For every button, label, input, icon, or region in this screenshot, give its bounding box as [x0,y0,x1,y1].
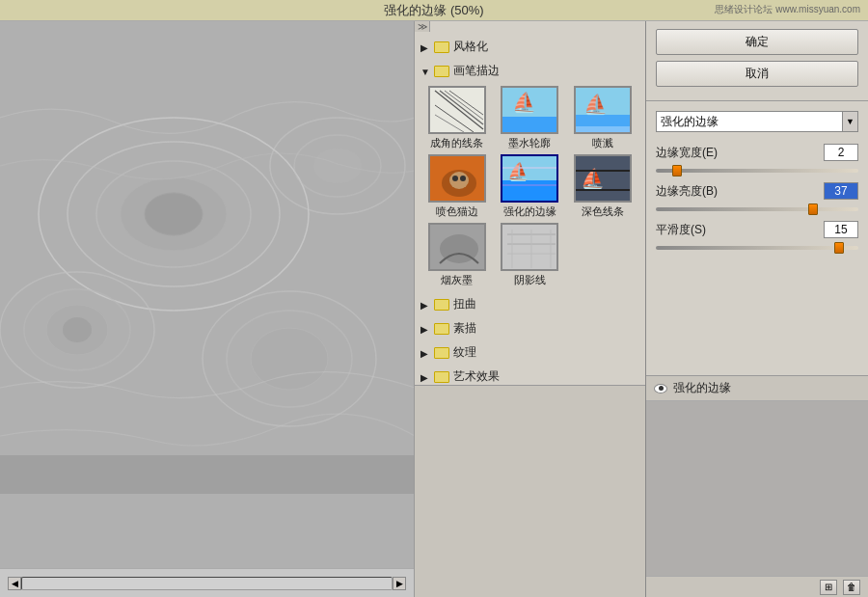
thumb-img-chengjiao [428,86,486,134]
top-bar: 强化的边缘 (50%) 思绪设计论坛 www.missyuan.com [0,0,868,21]
filter-thumb-qianghua[interactable]: ⛵ 强化的边缘 [496,154,565,219]
arrow-icon: ▶ [420,42,430,52]
svg-point-33 [449,172,469,189]
section-label-brushstrokes: 画笔描边 [453,63,500,79]
filter-thumb-yinying[interactable]: 阴影线 [496,223,565,287]
filter-grid-brushstrokes: 成角的线条 ⛵ 墨水轮廓 [415,82,645,291]
bottom-preview: 强化的边缘 ⊞ 🗑 [646,375,868,597]
section-sketch: ▶ 素描 [415,317,645,339]
svg-rect-25 [502,117,558,134]
contour-svg [0,21,415,494]
filter-panel: ≫ ▶ 风格化 ▼ 画笔描边 [415,21,646,597]
confirm-button[interactable]: 确定 [656,29,858,55]
smoothness-input[interactable] [824,221,858,238]
thumb-img-yinying [501,223,558,271]
filter-thumb-chengjiao[interactable]: 成角的线条 [422,86,492,150]
filter-thumb-shense[interactable]: ⛵ 深色线条 [568,154,637,219]
arrow-icon-artistic: ▶ [420,372,430,382]
folder-icon-stylize [434,41,449,53]
smoothness-row: 平滑度(S) [656,221,858,238]
eye-icon[interactable] [654,384,667,393]
thumb-label-huitan: 烟灰墨 [441,273,473,287]
filter-dropdown[interactable]: 强化的边缘 [656,111,843,132]
edge-brightness-row: 边缘亮度(B) [656,182,858,200]
thumb-label-shense: 深色线条 [582,204,624,219]
main-content: ◀ ▶ ≫ ▶ 风格化 ▼ 画笔描边 [0,21,868,597]
filter-list: ▶ 风格化 ▼ 画笔描边 [415,32,645,385]
folder-icon-sketch [434,323,449,335]
folder-icon-texture [434,347,449,359]
section-label-texture: 纹理 [453,344,476,361]
edge-brightness-input[interactable] [824,182,858,200]
edge-width-slider-track [656,169,858,173]
smoothness-slider-row [656,246,858,250]
arrow-icon-sketch: ▶ [420,324,430,334]
smoothness-slider-thumb[interactable] [834,242,844,254]
svg-rect-30 [576,126,632,134]
filter-thumb-huitan[interactable]: 烟灰墨 [422,223,492,287]
section-artistic: ▶ 艺术效果 [415,366,645,385]
section-label-stylize: 风格化 [453,39,488,55]
section-header-stylize[interactable]: ▶ 风格化 [415,36,645,58]
collapse-button[interactable]: ≫ [415,21,430,32]
bottom-preview-label: 强化的边缘 [673,380,731,396]
svg-text:⛵: ⛵ [507,161,529,182]
section-header-brushstrokes[interactable]: ▼ 画笔描边 [415,60,645,82]
edge-width-row: 边缘宽度(E) [656,144,858,161]
svg-rect-16 [0,455,415,494]
filter-dropdown-row: 强化的边缘 ▼ [656,111,858,132]
filter-panel-bottom [415,385,645,597]
filter-thumb-pengse[interactable]: 喷色猫边 [422,154,492,219]
watermark: 思绪设计论坛 www.missyuan.com [715,3,860,16]
settings-top: 确定 取消 [646,21,868,101]
thumb-label-yinying: 阴影线 [514,273,546,287]
svg-point-9 [63,317,92,342]
section-label-distort: 扭曲 [453,296,476,312]
thumb-img-huitan [428,223,486,271]
section-header-distort[interactable]: ▶ 扭曲 [415,293,645,315]
arrow-icon-texture: ▶ [420,348,430,358]
edge-brightness-slider-thumb[interactable] [808,204,818,215]
section-stylize: ▶ 风格化 [415,36,645,58]
thumb-label-moshui: 墨水轮廓 [508,136,551,150]
filter-thumb-penpen[interactable]: ⛵ 喷溅 [568,86,637,150]
delete-layer-button[interactable]: 🗑 [843,580,860,595]
bottom-preview-footer: ⊞ 🗑 [646,576,868,597]
edge-width-label: 边缘宽度(E) [656,145,733,161]
scroll-left[interactable]: ◀ [8,577,21,590]
svg-point-34 [452,176,458,181]
svg-rect-47 [502,225,558,271]
svg-point-15 [313,149,362,183]
section-header-texture[interactable]: ▶ 纹理 [415,341,645,364]
filter-thumb-moshui[interactable]: ⛵ 墨水轮廓 [496,86,565,150]
edge-width-slider-row [656,169,858,173]
dropdown-arrow[interactable]: ▼ [843,111,858,132]
svg-point-5 [145,193,203,235]
thumb-img-shense: ⛵ [574,154,632,203]
cancel-button[interactable]: 取消 [656,61,858,87]
edge-brightness-slider-track [656,207,858,211]
scroll-right[interactable]: ▶ [393,577,406,590]
folder-icon-brush [434,66,449,77]
section-distort: ▶ 扭曲 [415,293,645,315]
edge-width-slider-thumb[interactable] [672,165,682,176]
section-header-artistic[interactable]: ▶ 艺术效果 [415,366,645,385]
add-layer-button[interactable]: ⊞ [820,580,837,595]
section-texture: ▶ 纹理 [415,341,645,364]
thumb-img-penpen: ⛵ [574,86,632,134]
title: 强化的边缘 (50%) [384,2,483,19]
thumb-label-penpen: 喷溅 [592,136,613,150]
horizontal-scrollbar[interactable] [21,577,393,590]
section-brushstrokes: ▼ 画笔描边 [415,60,645,291]
bottom-preview-header: 强化的边缘 [646,376,868,401]
svg-text:⛵: ⛵ [512,91,536,114]
section-label-sketch: 素描 [453,320,476,337]
folder-icon-artistic [434,371,449,383]
svg-point-35 [460,176,466,181]
thumb-img-pengse [428,154,486,203]
section-header-sketch[interactable]: ▶ 素描 [415,317,645,339]
svg-rect-0 [0,21,415,494]
eye-pupil [659,386,664,391]
edge-width-input[interactable] [824,144,858,161]
smoothness-label: 平滑度(S) [656,222,733,238]
